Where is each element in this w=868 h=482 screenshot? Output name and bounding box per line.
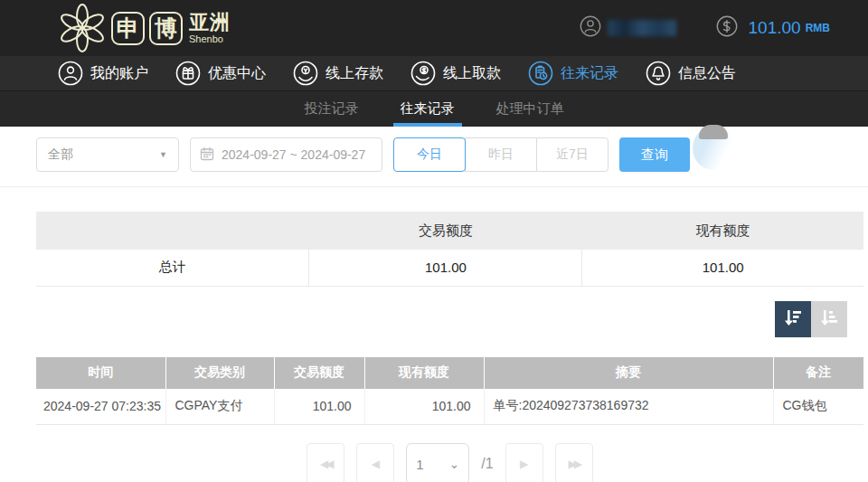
- logo-region: 亚洲: [189, 13, 231, 33]
- withdraw-icon: [410, 61, 436, 86]
- today-button[interactable]: 今日: [393, 137, 466, 172]
- col-note: 备注: [773, 357, 863, 389]
- total-pages-label: /1: [481, 456, 493, 472]
- summary-header-row: 交易额度 现有额度: [36, 212, 863, 250]
- date-range-input[interactable]: 2024-09-27 ~ 2024-09-27: [190, 137, 382, 172]
- next-page-button[interactable]: ▶: [505, 443, 543, 482]
- record-balance: 101.00: [364, 389, 484, 425]
- summary-table: 交易额度 现有额度 总计 101.00 101.00: [36, 212, 863, 287]
- filter-row: 全部 ▼ 2024-09-27 ~ 2024-09-27 今日 昨日 近7日 查…: [36, 137, 868, 172]
- sub-tabs: 投注记录 往来记录 处理中订单: [0, 90, 868, 127]
- bell-icon: [646, 61, 671, 86]
- last-page-icon: ▶▶: [568, 458, 579, 470]
- nav-item-my-account[interactable]: 我的账户: [58, 61, 148, 86]
- balance-amount: 101.00: [749, 18, 801, 38]
- nav-item-withdraw[interactable]: 线上取款: [410, 61, 501, 86]
- sort-controls: [36, 301, 863, 337]
- deposit-icon: [293, 61, 318, 86]
- last7days-button[interactable]: 近7日: [536, 137, 609, 172]
- col-time: 时间: [36, 357, 165, 389]
- summary-col-empty: [36, 212, 309, 250]
- records-icon: [528, 61, 553, 86]
- section-divider: [0, 186, 868, 187]
- col-balance: 现有额度: [364, 357, 484, 389]
- balance-currency: RMB: [806, 22, 830, 34]
- query-button[interactable]: 查询: [619, 137, 690, 172]
- sort-ascending-icon: [818, 307, 840, 331]
- gift-icon: [175, 61, 201, 86]
- calendar-icon: [200, 146, 214, 164]
- summary-total-row: 总计 101.00 101.00: [36, 250, 863, 286]
- nav-item-transaction-records[interactable]: 往来记录: [528, 61, 618, 86]
- logo-char-bo: 博: [149, 12, 183, 45]
- type-select[interactable]: 全部 ▼: [36, 137, 179, 172]
- record-amount: 101.00: [274, 389, 364, 425]
- tab-transaction-records[interactable]: 往来记录: [401, 91, 455, 127]
- record-summary: 单号:202409273738169732: [484, 389, 773, 425]
- first-page-icon: ◀◀: [320, 458, 331, 470]
- page-select[interactable]: 1 ⌄: [406, 443, 469, 482]
- records-header-row: 时间 交易类别 交易额度 现有额度 摘要 备注: [36, 357, 863, 389]
- sort-ascending-button[interactable]: [811, 301, 847, 337]
- tab-pending-orders[interactable]: 处理中订单: [496, 91, 564, 127]
- tab-bet-records[interactable]: 投注记录: [305, 91, 359, 127]
- record-note: CG钱包: [773, 389, 863, 425]
- col-type: 交易类别: [165, 357, 274, 389]
- nav-item-promotions[interactable]: 优惠中心: [175, 61, 266, 86]
- masked-username: [608, 20, 676, 36]
- user-icon: [580, 15, 601, 41]
- prev-page-button[interactable]: ◀: [356, 443, 394, 482]
- nav-item-deposit[interactable]: 线上存款: [293, 61, 383, 86]
- summary-col-balance: 现有额度: [582, 212, 863, 250]
- next-page-icon: ▶: [520, 458, 528, 470]
- quick-range-group: 今日 昨日 近7日: [393, 137, 609, 172]
- chevron-down-icon: ⌄: [449, 457, 460, 471]
- col-summary: 摘要: [484, 357, 773, 389]
- yesterday-button[interactable]: 昨日: [465, 137, 537, 172]
- records-table: 时间 交易类别 交易额度 现有额度 摘要 备注 2024-09-27 07:23…: [36, 357, 863, 426]
- record-row: 2024-09-27 07:23:35 CGPAY支付 101.00 101.0…: [36, 389, 863, 425]
- prev-page-icon: ◀: [372, 458, 380, 470]
- sort-descending-icon: [782, 307, 804, 331]
- first-page-button[interactable]: ◀◀: [307, 443, 344, 482]
- record-time: 2024-09-27 07:23:35: [36, 389, 165, 425]
- summary-balance-total: 101.00: [582, 250, 863, 286]
- logo-subtitle: Shenbo: [189, 34, 231, 44]
- summary-col-trade: 交易额度: [309, 212, 582, 250]
- pagination: ◀◀ ◀ 1 ⌄ /1 ▶ ▶▶: [36, 443, 863, 482]
- record-type: CGPAY支付: [165, 389, 274, 425]
- last-page-button[interactable]: ▶▶: [555, 443, 593, 482]
- person-icon: [58, 61, 83, 86]
- flower-logo-icon: [58, 4, 107, 52]
- nav-item-announcements[interactable]: 信息公告: [646, 61, 736, 86]
- main-nav: 我的账户 优惠中心 线上存款 线上: [0, 56, 868, 90]
- sort-descending-button[interactable]: [775, 301, 811, 337]
- caret-down-icon: ▼: [159, 150, 167, 159]
- topbar: 申 博 亚洲 Shenbo 101.00 RMB: [0, 0, 868, 56]
- dollar-coin-icon: [716, 15, 738, 41]
- summary-trade-total: 101.00: [309, 250, 582, 286]
- summary-row-label: 总计: [36, 250, 309, 286]
- logo-char-shen: 申: [111, 12, 145, 45]
- logo: 申 博 亚洲 Shenbo: [58, 4, 231, 52]
- col-amount: 交易额度: [274, 357, 364, 389]
